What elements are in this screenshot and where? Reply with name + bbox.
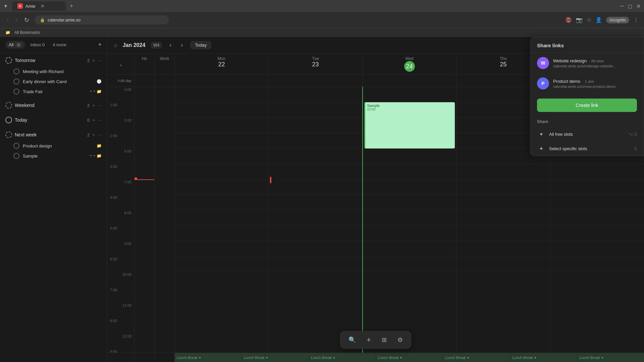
create-link-btn[interactable]: Create link bbox=[537, 99, 637, 112]
cal-today-btn[interactable]: Today bbox=[190, 41, 211, 49]
profile-icon[interactable]: 👤 bbox=[595, 17, 602, 23]
lunch-time-spacer bbox=[107, 353, 134, 362]
weekend-more-btn[interactable]: ··· bbox=[98, 103, 102, 108]
next-week-count: 2 bbox=[87, 132, 90, 137]
next-week-more-btn[interactable]: ··· bbox=[98, 132, 102, 137]
task-checkbox[interactable] bbox=[13, 78, 19, 84]
browser-tab[interactable]: A Amie ✕ bbox=[12, 1, 66, 11]
incognito-badge[interactable]: Incognito bbox=[606, 17, 629, 23]
task-trade-fair[interactable]: Trade Fair ● ● 📁 bbox=[0, 86, 107, 97]
lunch-wed24[interactable]: Lunch Break ● bbox=[309, 353, 376, 362]
cal-day-tue23: Tue 23 bbox=[268, 54, 362, 74]
lunch-tue23[interactable]: Lunch Break ● bbox=[241, 353, 309, 362]
sidebar: All 6 Inbox 0 4 more + Tomorrow 2 + ··· bbox=[0, 37, 107, 362]
all-day-wed24-cell[interactable] bbox=[362, 75, 456, 86]
time-slot-alt-600: 6:00 bbox=[107, 256, 134, 272]
address-bar[interactable]: 🔒 calendar.amie.so bbox=[35, 15, 169, 24]
sidebar-header: All 6 Inbox 0 4 more + bbox=[0, 37, 107, 53]
share-avatar-w: W bbox=[537, 57, 549, 69]
all-day-mon22-cell[interactable] bbox=[174, 75, 268, 86]
minimize-btn[interactable]: ─ bbox=[620, 3, 624, 9]
task-checkbox[interactable] bbox=[13, 153, 19, 159]
weekend-title: Weekend bbox=[15, 103, 85, 108]
back-btn[interactable]: ‹ bbox=[5, 15, 10, 25]
task-early-dinner[interactable]: Early dinner with Carol 🕐 bbox=[0, 76, 107, 86]
today-add-btn[interactable]: + bbox=[92, 117, 95, 123]
share-option-all-free[interactable]: ✦ All free slots ⌥ S bbox=[530, 127, 644, 141]
tab-favicon: A bbox=[17, 3, 23, 9]
camera-off-icon[interactable]: 📵 bbox=[565, 17, 572, 23]
menu-icon[interactable]: ⋮ bbox=[633, 17, 639, 23]
task-title: Meeting with Richard bbox=[23, 69, 102, 74]
tab-title: Amie bbox=[25, 4, 36, 9]
lunch-sun28[interactable]: Lunch Break ● bbox=[577, 353, 644, 362]
time-slot-alt-700: 7:00 bbox=[107, 287, 134, 303]
share-avatar-p: P bbox=[537, 77, 549, 89]
lunch-sat27[interactable]: Lunch Break ● bbox=[510, 353, 577, 362]
task-meeting-richard[interactable]: Meeting with Richard bbox=[0, 66, 107, 76]
lunch-thu25[interactable]: Lunch Break ● bbox=[376, 353, 443, 362]
cal-day-label-work: Work bbox=[155, 54, 174, 64]
today-section-header[interactable]: Today 0 + ··· bbox=[0, 114, 107, 126]
cal-day-body-home[interactable] bbox=[134, 87, 154, 353]
all-free-slots-icon: ✦ bbox=[537, 131, 545, 137]
all-day-text: All day bbox=[120, 79, 131, 83]
sidebar-add-btn[interactable]: + bbox=[98, 41, 102, 48]
cal-day-body-tue23[interactable] bbox=[268, 87, 362, 353]
lunch-fri26[interactable]: Lunch Break ● bbox=[443, 353, 510, 362]
next-week-add-btn[interactable]: + bbox=[92, 132, 95, 137]
add-tool-btn[interactable]: + bbox=[364, 334, 374, 346]
refresh-btn[interactable]: ↻ bbox=[23, 15, 31, 25]
next-week-section-header[interactable]: Next week 2 + ··· bbox=[0, 129, 107, 141]
task-sample[interactable]: Sample ● ● 📁 bbox=[0, 151, 107, 161]
inbox-nav-item[interactable]: Inbox 0 bbox=[28, 41, 48, 49]
cal-prev-btn[interactable]: ‹ bbox=[167, 41, 173, 49]
lunch-dot-fri26: ● bbox=[467, 356, 469, 359]
forward-btn[interactable]: › bbox=[14, 15, 19, 25]
task-checkbox[interactable] bbox=[13, 143, 19, 149]
tomorrow-more-btn[interactable]: ··· bbox=[98, 58, 102, 63]
new-tab-btn[interactable]: + bbox=[70, 3, 73, 10]
share-link-product-demo[interactable]: P Product demo · 1 slot calendar.amie.so… bbox=[530, 73, 644, 94]
today-more-btn[interactable]: ··· bbox=[98, 117, 102, 123]
cal-day-body-wed24[interactable]: Sample 00:00 bbox=[362, 87, 457, 353]
today-section-icon bbox=[5, 117, 12, 123]
cal-day-home: Ho bbox=[134, 54, 154, 74]
tab-close-btn[interactable]: ✕ bbox=[41, 3, 45, 9]
task-checkbox[interactable] bbox=[13, 88, 19, 95]
cal-day-label-mon22: Mon 22 bbox=[175, 54, 268, 71]
weekend-add-btn[interactable]: + bbox=[92, 103, 95, 108]
cal-day-body-mon22[interactable] bbox=[174, 87, 268, 353]
all-day-x-btn[interactable]: ✕ bbox=[117, 78, 120, 83]
maximize-btn[interactable]: ◻ bbox=[628, 3, 632, 9]
weekend-section-header[interactable]: Weekend 2 + ··· bbox=[0, 99, 107, 111]
toolbar-right: 📵 📷 ☆ 👤 Incognito ⋮ bbox=[565, 17, 639, 23]
all-day-tue23-cell[interactable] bbox=[268, 75, 362, 86]
time-slot-1100: 11:00 bbox=[107, 303, 134, 318]
tomorrow-section-header[interactable]: Tomorrow 2 + ··· bbox=[0, 54, 107, 66]
cal-week-badge: W4 bbox=[151, 42, 162, 49]
all-filter-btn[interactable]: All 6 bbox=[5, 41, 25, 49]
cal-day-body-work[interactable] bbox=[154, 87, 174, 353]
star-icon[interactable]: ☆ bbox=[587, 17, 591, 23]
bookmarks-item[interactable]: All Bookmarks bbox=[14, 30, 40, 35]
tomorrow-section-icon bbox=[5, 57, 12, 64]
close-btn[interactable]: ✕ bbox=[636, 3, 641, 9]
task-product-design[interactable]: Product design 📁 bbox=[0, 141, 107, 151]
task-checkbox[interactable] bbox=[13, 68, 19, 74]
share-option-specific-slots[interactable]: ✦ Select specific slots S bbox=[530, 141, 644, 156]
more-nav-item[interactable]: 4 more bbox=[50, 41, 69, 49]
event-sample[interactable]: Sample 00:00 bbox=[364, 102, 455, 148]
time-slot-1000: 10:00 bbox=[107, 272, 134, 287]
settings-tool-btn[interactable]: ⚙ bbox=[395, 335, 406, 345]
tomorrow-section: Tomorrow 2 + ··· Meeting with Richard Ea… bbox=[0, 53, 107, 98]
cal-next-btn[interactable]: › bbox=[179, 41, 185, 49]
tomorrow-add-btn[interactable]: + bbox=[92, 58, 95, 63]
search-tool-btn[interactable]: 🔍 bbox=[346, 335, 359, 345]
layout-tool-btn[interactable]: ⊞ bbox=[379, 335, 389, 345]
lunch-mon22[interactable]: Lunch Break ● bbox=[174, 353, 241, 362]
share-link-website-redesign[interactable]: W Website redesign · All slots calendar.… bbox=[530, 53, 644, 73]
camera-icon[interactable]: 📷 bbox=[576, 17, 583, 23]
home-icon[interactable]: ⌂ bbox=[114, 42, 117, 48]
tab-dropdown-btn[interactable]: ▼ bbox=[3, 3, 8, 9]
